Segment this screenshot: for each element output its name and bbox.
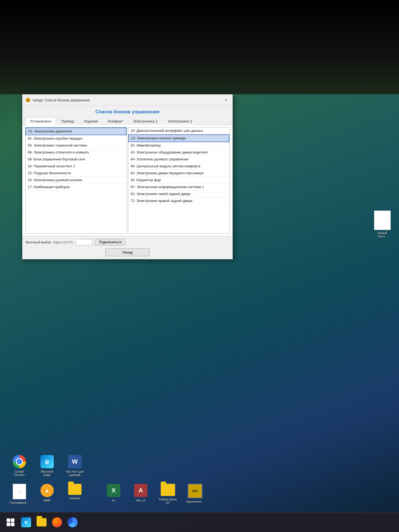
vnc-label: Удаленная... xyxy=(186,500,204,503)
taskbar: e xyxy=(0,512,399,532)
desktop-icon-aimp[interactable]: ▲ AIMP xyxy=(36,484,58,504)
dialog-heading: Список блоков управления xyxy=(22,106,232,117)
desktop-icon-chrome[interactable]: GoogleChrome xyxy=(8,455,30,477)
connect-button[interactable]: Подключиться xyxy=(95,239,125,245)
dialog-footer: Быстрый выбор Адрес (01-FF): Подключитьс… xyxy=(22,236,232,259)
list-item[interactable]: 25- Иммобилайзер xyxy=(128,142,229,149)
natasha-label: Наташа xyxy=(69,497,80,500)
quick-select-addr-label: Адрес (01-FF): xyxy=(53,241,74,244)
desktop-icons-bottom: X эл A AA_v3 Новая папка(2) VNC Удаленна… xyxy=(103,484,206,504)
list-item[interactable]: 02- Электроника коробки передач xyxy=(25,135,127,142)
cert-icon: 📄 xyxy=(13,484,26,499)
natasha-icon xyxy=(68,484,81,495)
desktop-icon-folder[interactable]: Новая папка(2) xyxy=(157,484,179,504)
list-item[interactable]: 17- Комбинация приборов xyxy=(25,184,127,191)
list-item[interactable]: 72- Электроника правой задней двери xyxy=(128,198,229,204)
address-input[interactable] xyxy=(76,239,93,245)
desktop-icon-edge[interactable]: e MicrosoftEdge xyxy=(36,455,58,477)
desktop-icon-natasha[interactable]: Наташа xyxy=(64,484,86,504)
list-item[interactable]: 5F- Электронная информационная система 1 xyxy=(128,184,229,191)
taskbar-unknown-icon xyxy=(68,517,78,527)
taskbar-firefox[interactable] xyxy=(50,515,64,530)
edge-icon: e xyxy=(40,455,54,468)
dialog-app-icon: ◈ xyxy=(26,98,30,102)
list-item[interactable]: 16- Электроника рулевой колонки xyxy=(25,177,127,184)
folder-new-icon xyxy=(161,484,175,496)
access-icon: A xyxy=(134,484,147,497)
tab-electronics1[interactable]: Электроника 1 xyxy=(128,117,162,125)
folder-label: Новая папка(2) xyxy=(159,498,177,504)
desktop-icon-vnc[interactable]: VNC Удаленная... xyxy=(184,484,206,504)
tab-installed[interactable]: Установлено xyxy=(25,117,56,125)
desktop-icon-newtext[interactable]: Новыйтекст... xyxy=(371,211,393,238)
list-item[interactable]: 62- Электроника левой задней двери xyxy=(128,191,229,198)
desktop-icon-excel[interactable]: X эл xyxy=(103,484,125,504)
desktop-icons-row1: GoogleChrome e MicrosoftEdge W Чек-лист … xyxy=(8,455,86,477)
aimp-icon: ▲ xyxy=(40,484,54,497)
list-item[interactable]: 03- Электроника тормозной системы xyxy=(25,142,127,149)
dialog-title-area: ◈ vdApp: Список блоков управления xyxy=(26,98,90,102)
word-icon: W xyxy=(68,455,81,468)
vnc-icon: VNC xyxy=(188,484,202,498)
dialog-tabs: Установлено Привод Ходовая Комфорт Элект… xyxy=(22,117,232,125)
taskbar-firefox-icon xyxy=(52,517,62,527)
list-item[interactable]: 15- Подушки безопасности xyxy=(25,170,127,177)
dialog-titlebar: ◈ vdApp: Список блоков управления × xyxy=(22,94,232,106)
tab-electronics2[interactable]: Электроника 2 xyxy=(163,117,197,125)
quick-select-label: Быстрый выбор xyxy=(26,241,51,244)
new-text-label: Новыйтекст... xyxy=(378,231,387,238)
desktop-icons-row2: 📄 Сертификат... ▲ AIMP Наташа xyxy=(8,484,86,504)
taskbar-unknown[interactable] xyxy=(65,515,80,530)
list-item[interactable]: 09- Блок управления бортовой сети xyxy=(25,156,127,163)
list-item[interactable]: 22- Электроника полного привода xyxy=(128,134,229,142)
desktop-icon-access[interactable]: A AA_v3 xyxy=(130,484,152,504)
chrome-icon xyxy=(13,455,26,468)
new-text-icon xyxy=(374,211,391,230)
chrome-label: GoogleChrome xyxy=(14,470,25,477)
start-button[interactable] xyxy=(3,515,18,530)
desktop-icon-word[interactable]: W Чек-лист длякураций xyxy=(64,455,86,477)
list-item[interactable]: 01- Электроника двигателя xyxy=(25,127,127,135)
edge-label: MicrosoftEdge xyxy=(41,470,53,477)
tab-chassis[interactable]: Ходовая xyxy=(79,117,103,125)
windows-logo xyxy=(7,518,14,526)
list-item[interactable]: 19- Диагностический интерфейс шин данных xyxy=(128,127,229,134)
list-item[interactable]: 55- Корректор фар xyxy=(128,177,229,184)
list-item[interactable]: 42- Электронное оборудование двери водит… xyxy=(128,149,229,156)
taskbar-edge[interactable]: e xyxy=(19,515,33,530)
list-item[interactable]: 08- Электроника отопителя и климата xyxy=(25,149,127,156)
dialog-window: ◈ vdApp: Список блоков управления × Спис… xyxy=(22,94,233,259)
list-item[interactable]: 52- Электроника двери переднего пассажир… xyxy=(128,170,229,177)
new-text-icon-area: Новыйтекст... xyxy=(371,211,393,238)
dialog-close-button[interactable]: × xyxy=(222,97,229,103)
tab-comfort[interactable]: Комфорт xyxy=(103,117,128,125)
list-item[interactable]: 46- Центральный модуль систем комфорта xyxy=(128,163,229,170)
list-item[interactable]: 44- Усилитель рулевого управления xyxy=(128,156,229,163)
list-item[interactable]: 10- Парковочный ассистент 2 xyxy=(25,163,127,170)
cert-label: Сертификат... xyxy=(10,501,29,504)
dialog-title-text: vdApp: Список блоков управления xyxy=(32,98,90,102)
taskbar-explorer-icon xyxy=(37,518,47,526)
right-list: 19- Диагностический интерфейс шин данных… xyxy=(128,127,230,234)
top-dark-area xyxy=(0,0,399,94)
left-list: 01- Электроника двигателя 02- Электроник… xyxy=(25,127,127,234)
quick-select-area: Быстрый выбор Адрес (01-FF): Подключитьс… xyxy=(26,239,229,245)
aimp-label: AIMP xyxy=(44,499,51,502)
dialog-lists: 01- Электроника двигателя 02- Электроник… xyxy=(22,125,232,236)
access-label: AA_v3 xyxy=(136,499,145,502)
word-label: Чек-лист длякураций xyxy=(66,470,84,477)
excel-label: эл xyxy=(112,499,115,502)
footer-buttons: Назад xyxy=(26,248,229,256)
taskbar-explorer[interactable] xyxy=(34,515,49,530)
excel-icon: X xyxy=(107,484,120,497)
tab-drive[interactable]: Привод xyxy=(57,117,78,125)
taskbar-edge-icon: e xyxy=(21,517,31,527)
desktop-icon-cert[interactable]: 📄 Сертификат... xyxy=(8,484,30,504)
back-button[interactable]: Назад xyxy=(105,248,149,256)
